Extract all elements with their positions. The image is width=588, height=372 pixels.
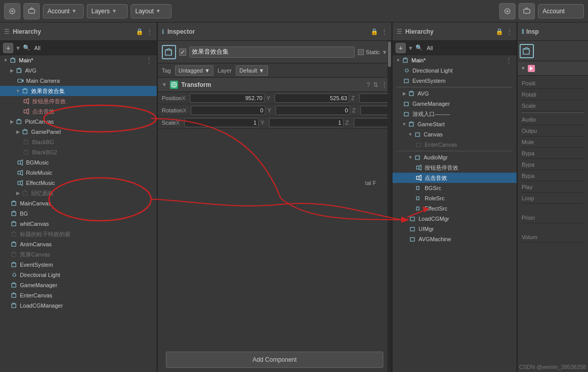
tree-item-whitcanvas[interactable]: whitCanvas [0,219,157,229]
transform-section-header[interactable]: ▼ Transform ? ⇅ ⋮ [158,78,391,92]
right-tree-gamemanager[interactable]: GameManager [393,99,517,109]
svg-point-4 [506,10,508,12]
tree-label-rolemusic: RoleMusic [26,170,52,176]
right-tree-gamestart[interactable]: ▼ GameStart [393,119,517,129]
account-right-dropdown[interactable]: Account [538,4,584,18]
right-tree-uimgr[interactable]: UIMgr [393,224,517,234]
right-tree-bgsrc[interactable]: BGSrc [393,183,517,193]
tree-item-animcanvas[interactable]: AnimCanvas [0,239,157,249]
right-tree-hover-audio[interactable]: 按钮悬停音效 [393,162,517,173]
right-cube-gamemanager [403,100,411,108]
layout-dropdown[interactable]: Layout ▼ [131,4,172,18]
position-x-input[interactable] [190,94,264,103]
tree-item-main-camera[interactable]: Main Camera [0,76,157,86]
static-dropdown-arrow[interactable]: ▼ [382,49,387,55]
tree-item-plotcanvas[interactable]: ▶ PlotCanvas [0,117,157,127]
right-tree-avg[interactable]: ▶ AVG [393,88,517,99]
cube-icon-loadcgmanager [10,301,18,310]
layer-dropdown[interactable]: Default ▼ [236,65,268,76]
right-section-header[interactable]: ▼ [518,61,588,76]
static-checkbox[interactable] [358,49,364,55]
main-dots-btn[interactable]: ⋮ [143,56,155,64]
tree-item-directional-light[interactable]: Directional Light [0,270,157,280]
right-tree-entercanvas[interactable]: EnterCanvas [393,140,517,150]
pos-y-label: Y [266,95,274,101]
toolbar-right-icon-1[interactable] [499,3,516,19]
tree-item-effectmusic[interactable]: EffectMusic [0,178,157,188]
tree-item-maincanvas[interactable]: MainCanvas [0,198,157,208]
tree-item-avg[interactable]: ▶ AVG [0,65,157,76]
position-y-input[interactable] [275,94,349,103]
obj-enable-checkbox[interactable]: ✓ [179,49,186,56]
toolbar-right-icon-2[interactable] [519,3,535,19]
tree-item-particle[interactable]: 标题的粒子特效的摄 [0,229,157,239]
add-hierarchy-btn[interactable]: + [3,43,13,53]
tree-item-gamemanager[interactable]: GameManager [0,280,157,290]
tree-item-blackscreen[interactable]: 黑屏Canvas [0,249,157,260]
right-speaker-click [415,174,423,182]
transform-more-icon[interactable]: ⋮ [381,81,387,88]
right-main-dots[interactable]: ⋮ [503,56,514,64]
right-tree-loadcgmgr[interactable]: LoadCGMgr [393,214,517,224]
left-hierarchy-panel-icons: 🔒 ⋮ [136,28,153,35]
transform-expand-icon[interactable]: ⇅ [373,81,378,88]
transform-help-icon[interactable]: ? [366,81,370,88]
inspector-header: ℹ Inspector 🔒 ⋮ [158,22,391,41]
tree-item-eventsystem[interactable]: EventSystem [0,260,157,270]
cube-icon-maincanvas [10,199,18,207]
right-tree-audiomgr[interactable]: ▼ AudioMgr [393,152,517,162]
tree-item-rolemusic[interactable]: RoleMusic [0,168,157,178]
right-tree-eventsystem[interactable]: EventSystem [393,76,517,86]
tree-item-hover-audio[interactable]: 按钮悬停音效 [0,96,157,106]
add-right-hierarchy-btn[interactable]: + [396,43,406,53]
account-dropdown[interactable]: Account ▼ [43,4,84,18]
lock-icon[interactable]: 🔒 [136,28,143,35]
right-more-icon[interactable]: ⋮ [506,28,512,35]
tree-item-blackbg[interactable]: BlackBG [0,137,157,147]
tree-item-loadcgmanager[interactable]: LoadCGManager [0,300,157,311]
right-hierarchy-search-input[interactable] [427,45,513,51]
right-tree-rolesrc[interactable]: RoleSrc [393,193,517,203]
svg-rect-8 [18,79,22,82]
inspector-more-icon[interactable]: ⋮ [381,28,387,35]
inspector-scrollbar[interactable]: 11 [387,41,391,372]
rotation-y-input[interactable] [276,106,350,115]
tree-item-click-audio[interactable]: 点击音效 [0,106,157,117]
more-icon[interactable]: ⋮ [146,28,153,35]
scale-z-input[interactable] [354,118,392,127]
tree-item-bgmusic[interactable]: BGMusic [0,157,157,168]
svg-rect-20 [23,192,27,195]
cube-icon-animcanvas [10,240,18,248]
tree-item-effect-audio[interactable]: ▼ 效果音效合集 [0,86,157,96]
tree-item-bg[interactable]: BG [0,208,157,219]
right-tree-avgmachine[interactable]: AVGMachine [393,234,517,244]
scale-y-input[interactable] [269,118,344,127]
scrollbar-thumb[interactable] [388,41,391,67]
right-tree-effectsrc[interactable]: EffectSrc [393,203,517,214]
rotation-x-input[interactable] [191,106,265,115]
right-lock-icon[interactable]: 🔒 [496,28,503,35]
right-tree-gameentry[interactable]: 游戏入口-------- [393,109,517,119]
toolbar-icon-btn-2[interactable] [23,3,40,19]
tree-item-entercanvas[interactable]: EnterCanvas [0,290,157,300]
obj-name-input[interactable] [189,46,355,58]
scale-z-label: Z [346,120,353,126]
tree-item-memory-panel[interactable]: ▶ 回忆面板 [0,188,157,198]
layers-dropdown[interactable]: Layers ▼ [87,4,128,18]
tag-dropdown[interactable]: Untagged ▼ [175,65,214,76]
svg-rect-47 [416,166,419,169]
svg-rect-24 [12,232,16,236]
right-tree-main[interactable]: ▼ Main* ⋮ [393,55,517,65]
tree-item-gamepanel[interactable]: ▶ GamePanel [0,127,157,137]
tree-item-blackbg2[interactable]: BlackBG2 [0,147,157,157]
inspector-lock-icon[interactable]: 🔒 [371,28,378,35]
right-tree-click-audio[interactable]: 点击音效 [393,173,517,183]
right-tree-directional[interactable]: Directional Light [393,65,517,76]
hierarchy-search-input[interactable] [34,45,154,51]
toolbar-icon-btn-1[interactable] [4,3,20,19]
scale-x-input[interactable] [184,118,259,127]
tree-item-main[interactable]: ▼ Main* ⋮ [0,55,157,65]
right-tree-canvas[interactable]: ▼ Canvas [393,129,517,140]
right-label-audiomgr: AudioMgr [424,154,448,160]
add-component-button[interactable]: Add Component [166,352,383,368]
